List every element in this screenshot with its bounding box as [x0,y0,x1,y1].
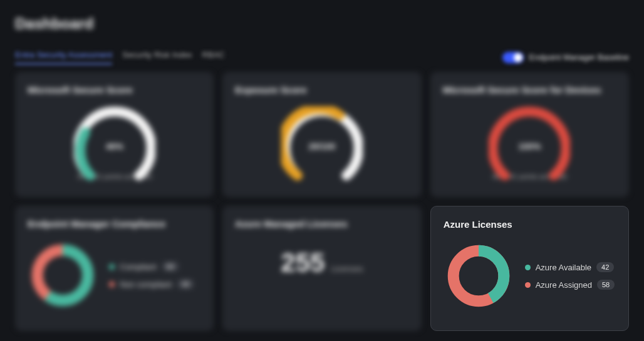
gauge-wrap: 46% 414/891 points achieved [28,106,201,180]
legend-label: Azure Assigned [536,280,592,290]
tab-security-risk-index[interactable]: Security Risk Index [122,50,192,64]
legend: Azure Available 42 Azure Assigned 58 [525,262,615,290]
donut-row: Azure Available 42 Azure Assigned 58 [444,241,616,311]
card-title: Microsoft Secure Score [28,84,201,95]
card-endpoint-compliance[interactable]: Endpoint Manager Compliance Compliant 60… [15,206,214,331]
card-title: Azure Licenses [444,219,616,230]
card-managed-licenses[interactable]: Azure Managed Licenses 255 Licenses [222,206,421,331]
swatch-icon [525,282,531,288]
donut-row: Compliant 60 Non compliant 40 [28,240,201,310]
card-title: Microsoft Secure Score for Devices [443,84,616,95]
gauge-value: 100% [489,141,570,151]
gauge-secure-score: 46% [74,106,155,169]
page-title: Dashboard [15,15,629,33]
card-title: Azure Managed Licenses [235,218,408,229]
card-secure-devices[interactable]: Microsoft Secure Score for Devices 100% … [430,72,629,197]
legend-noncompliant: Non compliant 40 [109,279,194,289]
bignum-value: 255 [281,248,325,278]
legend-assigned: Azure Assigned 58 [525,280,615,290]
card-grid: Microsoft Secure Score 46% 414/891 point… [15,72,629,331]
tab-entra-security-assessment[interactable]: Entra Security Assessment [15,50,112,64]
legend-label: Azure Available [536,263,591,272]
legend-count: 60 [162,262,179,272]
gauge-wrap: 100% 441/441 points achieved [443,106,616,180]
legend-compliant: Compliant 60 [109,262,194,272]
card-azure-licenses[interactable]: Azure Licenses Azure Available 42 Azure … [430,206,629,331]
tab-rbac[interactable]: RBAC [202,50,225,64]
gauge-value: 46% [74,141,155,151]
swatch-icon [109,282,115,287]
swatch-icon [525,265,531,270]
card-secure-score[interactable]: Microsoft Secure Score 46% 414/891 point… [15,72,214,197]
legend-label: Compliant [120,262,157,272]
baseline-toggle[interactable] [502,52,524,63]
gauge-wrap: 29/100 [235,106,408,169]
legend-count: 42 [596,262,614,272]
gauge-exposure: 29/100 [281,106,363,169]
bignum-unit: Licenses [331,264,363,273]
baseline-toggle-label: Endpoint Manager Baseline [529,53,629,62]
card-title: Endpoint Manager Compliance [28,218,201,229]
legend: Compliant 60 Non compliant 40 [109,262,194,289]
legend-count: 40 [177,279,194,289]
tabs: Entra Security Assessment Security Risk … [15,50,225,64]
baseline-toggle-wrap: Endpoint Manager Baseline [502,52,629,63]
card-title: Exposure Score [235,84,408,95]
swatch-icon [109,264,115,270]
gauge-secure-devices: 100% [489,106,570,169]
card-exposure-score[interactable]: Exposure Score 29/100 [222,72,421,197]
donut-compliance [28,240,98,310]
bignum-wrap: 255 Licenses [235,248,408,278]
topbar: Entra Security Assessment Security Risk … [15,50,629,64]
legend-label: Non compliant [120,280,172,289]
legend-count: 58 [597,280,615,290]
donut-azure-licenses [444,241,514,311]
legend-available: Azure Available 42 [525,262,615,272]
gauge-value: 29/100 [281,141,363,151]
